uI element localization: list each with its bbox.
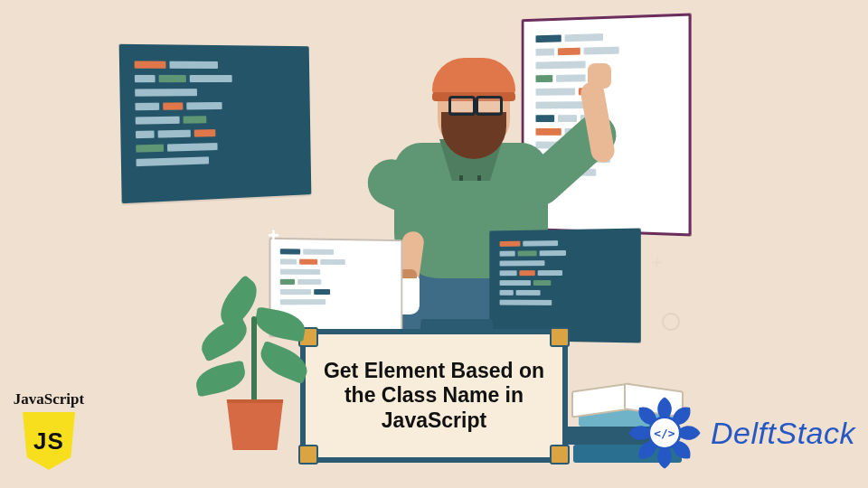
delftstack-logo: </> DelftStack (626, 394, 855, 472)
plus-decoration-icon: + (268, 224, 279, 248)
potted-plant-icon (192, 286, 318, 466)
delftstack-name: DelftStack (711, 416, 855, 451)
javascript-badge-label: JavaScript (4, 390, 94, 408)
article-title: Get Element Based on the Class Name in J… (320, 359, 548, 432)
glasses-icon (448, 96, 503, 110)
circle-decoration-icon (662, 313, 680, 331)
javascript-badge: JavaScript JS (4, 390, 94, 470)
beanie-hat-icon (432, 58, 515, 96)
plus-decoration-icon: + (651, 251, 663, 275)
svg-text:</>: </> (654, 427, 675, 440)
code-panel-top-left (119, 44, 312, 204)
js-shield-icon: JS (23, 412, 75, 470)
illustration-stage: + + Get Element Based on the Class Name … (0, 0, 868, 488)
title-plaque: Get Element Based on the Class Name in J… (300, 329, 568, 463)
code-panel-bottom-right (489, 228, 641, 343)
delftstack-mark-icon: </> (626, 394, 703, 472)
